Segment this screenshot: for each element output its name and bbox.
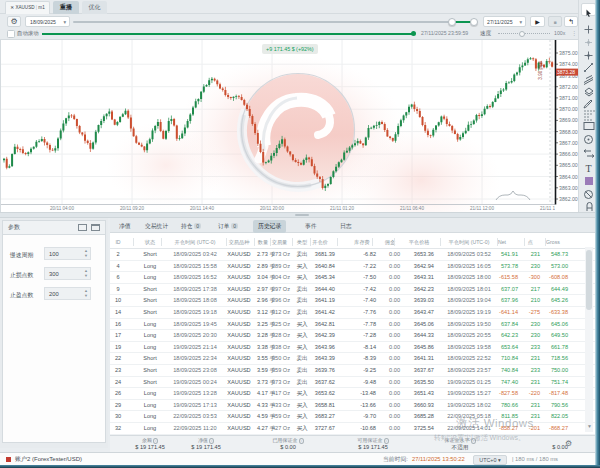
svg-text:3871.00: 3871.00 [559,95,578,101]
svg-text:3870.00: 3870.00 [559,106,578,112]
svg-text:3872.00: 3872.00 [559,84,578,90]
svg-text:3864.00: 3864.00 [559,174,578,180]
svg-text:3866.00: 3866.00 [559,151,578,157]
svg-text:3862.00: 3862.00 [559,196,578,202]
svg-text:3865.00: 3865.00 [559,162,578,168]
svg-text:3867.00: 3867.00 [559,140,578,146]
svg-text:3.90 pips: 3.90 pips [538,60,543,79]
svg-text:3873.28: 3873.28 [557,69,575,75]
svg-text:3869.00: 3869.00 [559,117,578,123]
svg-text:3868.00: 3868.00 [559,129,578,135]
svg-text:3875.00: 3875.00 [559,50,578,56]
svg-text:3863.00: 3863.00 [559,185,578,191]
svg-text:3874.00: 3874.00 [559,61,578,67]
